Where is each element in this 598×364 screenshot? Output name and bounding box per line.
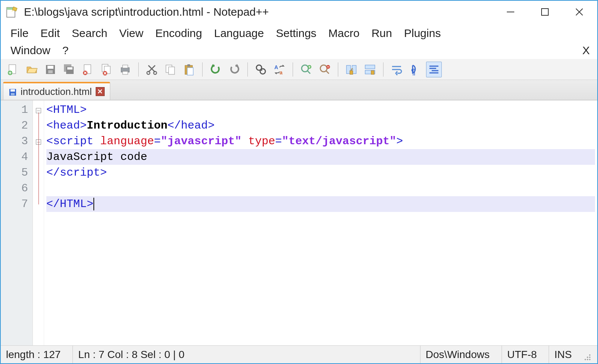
menu-edit[interactable]: Edit bbox=[34, 25, 66, 42]
svg-rect-39 bbox=[350, 71, 353, 74]
toolbar: Aa ¶ bbox=[1, 59, 597, 80]
menu-encoding[interactable]: Encoding bbox=[150, 25, 208, 42]
menu-macro[interactable]: Macro bbox=[323, 25, 366, 42]
status-mode: INS bbox=[549, 346, 577, 363]
replace-button[interactable]: Aa bbox=[272, 62, 287, 77]
svg-rect-9 bbox=[47, 66, 53, 69]
status-bar: length : 127 Ln : 7 Col : 8 Sel : 0 | 0 … bbox=[1, 345, 597, 363]
status-encoding: UTF-8 bbox=[502, 346, 542, 363]
menubar-close-x[interactable]: X bbox=[579, 43, 594, 58]
editor: 1234567 <HTML><head>Introduction</head><… bbox=[1, 100, 597, 345]
save-button[interactable] bbox=[43, 62, 58, 77]
svg-rect-28 bbox=[187, 64, 190, 67]
print-button[interactable] bbox=[117, 62, 133, 77]
copy-button[interactable] bbox=[163, 62, 178, 77]
menu-file[interactable]: File bbox=[4, 25, 34, 42]
undo-button[interactable] bbox=[208, 62, 224, 77]
status-eol: Dos\Windows bbox=[420, 346, 495, 363]
redo-button[interactable] bbox=[226, 62, 242, 77]
zoom-out-button[interactable] bbox=[317, 62, 333, 77]
close-file-button[interactable] bbox=[80, 62, 96, 77]
menu-language[interactable]: Language bbox=[208, 25, 270, 42]
menu-help[interactable]: ? bbox=[56, 42, 75, 59]
sync-h-button[interactable] bbox=[362, 62, 378, 77]
close-all-button[interactable] bbox=[99, 62, 114, 77]
svg-rect-25 bbox=[169, 67, 175, 74]
menu-settings[interactable]: Settings bbox=[270, 25, 322, 42]
svg-rect-27 bbox=[187, 68, 193, 75]
svg-rect-3 bbox=[542, 9, 548, 15]
open-file-button[interactable] bbox=[24, 62, 40, 77]
menu-view[interactable]: View bbox=[113, 25, 149, 42]
titlebar: E:\blogs\java script\introduction.html -… bbox=[1, 1, 597, 23]
app-icon bbox=[5, 5, 19, 19]
svg-point-23 bbox=[154, 71, 157, 74]
app-window: E:\blogs\java script\introduction.html -… bbox=[0, 0, 598, 364]
tab-filename: introduction.html bbox=[21, 86, 92, 98]
svg-text:A: A bbox=[274, 64, 278, 70]
svg-rect-21 bbox=[123, 71, 128, 74]
new-file-button[interactable] bbox=[5, 62, 21, 77]
svg-rect-13 bbox=[67, 67, 73, 70]
resize-grip-icon[interactable] bbox=[584, 354, 592, 362]
minimize-button[interactable] bbox=[501, 4, 520, 19]
zoom-in-button[interactable] bbox=[298, 62, 314, 77]
menu-run[interactable]: Run bbox=[366, 25, 398, 42]
tab-close-button[interactable]: ✕ bbox=[96, 87, 105, 96]
svg-rect-45 bbox=[10, 89, 15, 92]
close-button[interactable] bbox=[570, 4, 589, 19]
find-button[interactable] bbox=[253, 62, 269, 77]
tab-bar: introduction.html ✕ bbox=[1, 80, 597, 100]
paste-button[interactable] bbox=[181, 62, 197, 77]
show-all-button[interactable]: ¶ bbox=[407, 62, 423, 77]
svg-rect-46 bbox=[11, 93, 15, 95]
menubar: File Edit Search View Encoding Language … bbox=[1, 23, 597, 59]
svg-rect-40 bbox=[365, 65, 375, 69]
status-position: Ln : 7 Col : 8 Sel : 0 | 0 bbox=[73, 346, 189, 363]
svg-text:a: a bbox=[280, 70, 283, 75]
maximize-button[interactable] bbox=[535, 4, 555, 19]
svg-rect-42 bbox=[371, 71, 374, 74]
save-all-button[interactable] bbox=[61, 62, 77, 77]
status-length: length : 127 bbox=[6, 346, 66, 363]
code-area[interactable]: <HTML><head>Introduction</head><script l… bbox=[44, 101, 597, 345]
svg-rect-10 bbox=[48, 70, 53, 73]
cut-button[interactable] bbox=[144, 62, 160, 77]
sync-v-button[interactable] bbox=[343, 62, 359, 77]
window-title: E:\blogs\java script\introduction.html -… bbox=[24, 6, 501, 18]
line-number-gutter: 1234567 bbox=[1, 101, 33, 345]
menu-search[interactable]: Search bbox=[66, 25, 113, 42]
menu-window[interactable]: Window bbox=[4, 42, 56, 59]
save-icon bbox=[9, 87, 17, 96]
window-controls bbox=[501, 4, 589, 19]
svg-text:¶: ¶ bbox=[411, 67, 416, 76]
word-wrap-button[interactable] bbox=[389, 62, 404, 77]
doc-map-button[interactable] bbox=[426, 62, 442, 77]
fold-column[interactable] bbox=[33, 101, 44, 345]
menu-plugins[interactable]: Plugins bbox=[398, 25, 447, 42]
svg-point-22 bbox=[147, 71, 150, 74]
svg-rect-20 bbox=[123, 65, 128, 68]
document-tab[interactable]: introduction.html ✕ bbox=[3, 82, 110, 100]
